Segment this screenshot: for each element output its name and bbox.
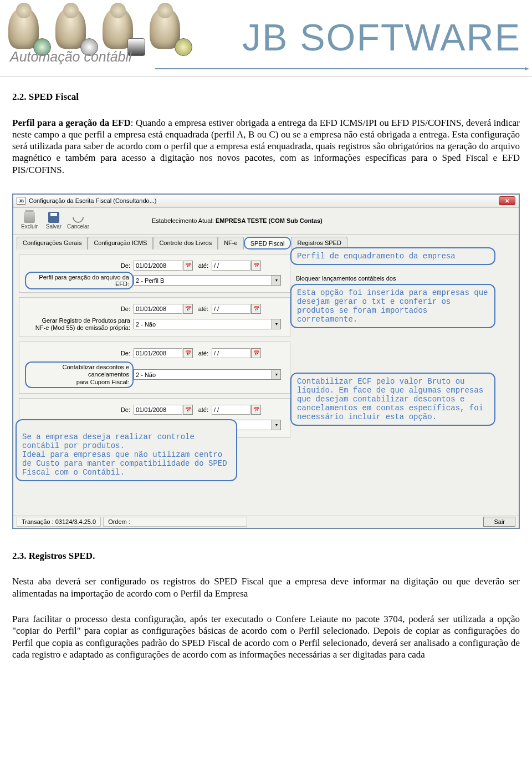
banner-subtitle: Automação contábil: [10, 49, 132, 65]
calendar-icon[interactable]: 📅: [183, 348, 193, 358]
salvar-label: Salvar: [46, 223, 62, 230]
excluir-label: Excluir: [21, 223, 38, 230]
input-ate-1[interactable]: [212, 261, 250, 271]
establishment-label: Estabelecimento Atual: EMPRESA TESTE (CO…: [152, 217, 323, 224]
label-de: De:: [25, 262, 134, 269]
undo-icon: [70, 210, 86, 225]
input-de-3[interactable]: [134, 348, 182, 358]
banner-title: JB SOFTWARE: [242, 16, 521, 59]
label-perfil: Perfil para geração do arquivo da EFD:: [25, 272, 134, 289]
label-de: De:: [25, 406, 134, 413]
input-de-1[interactable]: [134, 261, 182, 271]
tab-config-icms[interactable]: Configuração ICMS: [88, 237, 153, 249]
tab-controle-livros[interactable]: Controle dos Livros: [153, 237, 218, 249]
callout-ecf: Contabilizar ECF pelo valor Bruto ou líq…: [290, 373, 495, 426]
callout-ecf-text: Contabilizar ECF pelo valor Bruto ou líq…: [297, 377, 483, 421]
callout-header-bloq: Bloquear lançamentos contábeis dos: [296, 275, 396, 282]
callout-perfil-text: Perfil de enquadramento da empresa: [297, 252, 456, 261]
toolbar: Excluir Salvar Cancelar Estabelecimento …: [13, 208, 519, 235]
calendar-icon[interactable]: 📅: [251, 405, 261, 415]
cancelar-button[interactable]: Cancelar: [66, 209, 90, 232]
combo-contabilizar[interactable]: [134, 369, 272, 380]
section-2-3-p2: Para facilitar o processo desta configur…: [12, 613, 520, 660]
callout-controle: Se a empresa deseja realizar controle co…: [16, 419, 237, 481]
label-ate: até:: [193, 305, 212, 312]
chevron-down-icon[interactable]: ▾: [272, 275, 281, 286]
status-bar: Transação : 03124/3.4.25.0 Ordem : Sair: [13, 516, 519, 528]
calendar-icon[interactable]: 📅: [251, 261, 261, 271]
window-title: Configuração da Escrita Fiscal (Consulta…: [29, 197, 499, 204]
input-ate-4[interactable]: [212, 405, 250, 415]
callout-gerar: Bloquear lançamentos contábeis dos Esta …: [290, 284, 495, 328]
label-ate: até:: [193, 262, 212, 269]
app-window: JB Configuração da Escrita Fiscal (Consu…: [12, 193, 520, 529]
label-de: De:: [25, 305, 134, 312]
callout-perfil: Perfil de enquadramento da empresa: [290, 247, 495, 265]
form-area: De: 📅 até: 📅 Perfil para geração do arqu…: [13, 249, 519, 516]
header-banner: Automação contábil JB SOFTWARE: [0, 0, 532, 77]
tab-config-gerais[interactable]: Configurações Gerais: [17, 237, 88, 249]
block-perfil: De: 📅 até: 📅 Perfil para geração do arqu…: [19, 254, 290, 293]
combo-perfil[interactable]: [134, 275, 272, 286]
titlebar: JB Configuração da Escrita Fiscal (Consu…: [13, 195, 519, 208]
status-transacao: Transação : 03124/3.4.25.0: [17, 517, 101, 527]
combo-gerar-reg[interactable]: [134, 319, 272, 329]
input-ate-3[interactable]: [212, 348, 250, 358]
section-2-2-label: Perfil para a geração da EFD: [12, 118, 131, 128]
label-ate: até:: [193, 406, 212, 413]
app-icon: JB: [17, 197, 25, 205]
trash-icon: [24, 212, 35, 223]
excluir-button[interactable]: Excluir: [18, 209, 41, 232]
section-2-3-heading: 2.3. Registros SPED.: [12, 550, 520, 562]
disk-icon: [48, 212, 59, 223]
chevron-down-icon[interactable]: ▾: [272, 420, 281, 430]
sair-button[interactable]: Sair: [483, 517, 515, 527]
label-contabilizar: Contabilizar descontos e cancelamentospa…: [25, 361, 134, 388]
input-de-2[interactable]: [134, 304, 182, 314]
label-de: De:: [25, 350, 134, 357]
tab-sped-fiscal[interactable]: SPED Fiscal: [244, 237, 291, 249]
label-gerar-reg: Gerar Registro de Produtos paraNF-e (Mod…: [25, 317, 134, 332]
label-ate: até:: [193, 350, 212, 357]
calendar-icon[interactable]: 📅: [251, 348, 261, 358]
callout-controle-text: Se a empresa deseja realizar controle co…: [22, 432, 227, 477]
calendar-icon[interactable]: 📅: [251, 304, 261, 314]
section-2-2-paragraph: Perfil para a geração da EFD: Quando a e…: [12, 117, 520, 176]
input-ate-2[interactable]: [212, 304, 250, 314]
calendar-icon[interactable]: 📅: [183, 405, 193, 415]
block-contabilizar: De: 📅 até: 📅 Contabilizar descontos e ca…: [19, 342, 290, 394]
close-button[interactable]: ✕: [499, 196, 515, 205]
calendar-icon[interactable]: 📅: [183, 304, 193, 314]
section-2-2-heading: 2.2. SPED Fiscal: [12, 91, 520, 103]
status-ordem: Ordem :: [103, 517, 247, 527]
chevron-down-icon[interactable]: ▾: [272, 319, 281, 329]
banner-divider: [155, 68, 526, 69]
calendar-icon[interactable]: 📅: [183, 261, 193, 271]
block-gerar-registro: De: 📅 até: 📅 Gerar Registro de Produtos …: [19, 297, 290, 337]
callout-gerar-text: Esta opção foi inserida para empresas qu…: [297, 288, 488, 324]
input-de-4[interactable]: [134, 405, 182, 415]
chevron-down-icon[interactable]: ▾: [272, 369, 281, 380]
est-prefix: Estabelecimento Atual:: [152, 217, 214, 224]
cancelar-label: Cancelar: [67, 223, 89, 230]
salvar-button[interactable]: Salvar: [42, 209, 65, 232]
tab-nfe[interactable]: NF-e: [218, 237, 243, 249]
section-2-3-p1: Nesta aba deverá ser configurado os regi…: [12, 576, 520, 599]
est-value: EMPRESA TESTE (COM Sub Contas): [216, 217, 323, 224]
